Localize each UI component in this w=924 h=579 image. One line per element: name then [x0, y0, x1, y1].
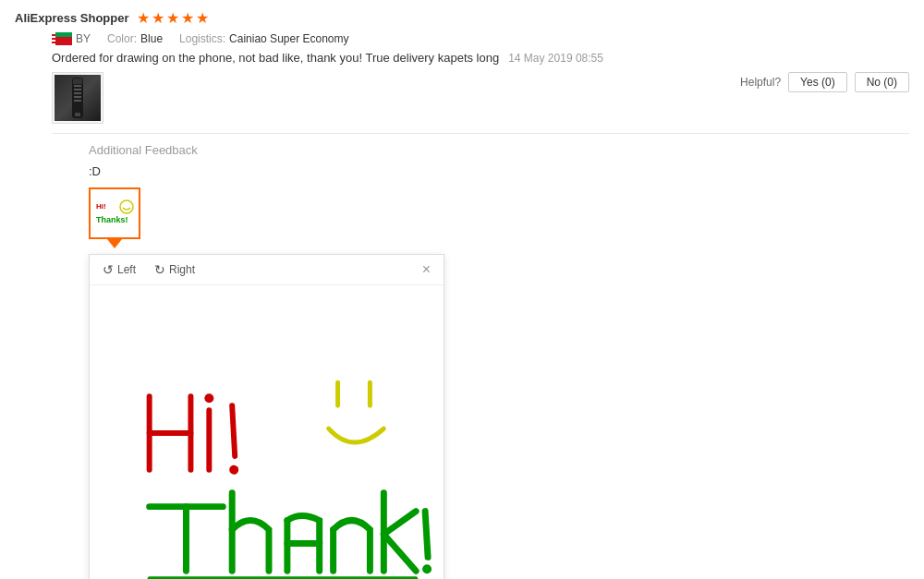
svg-rect-10	[74, 92, 81, 94]
thumbnail-arrow	[107, 239, 122, 248]
rotate-right-label: Right	[169, 263, 195, 276]
logistics-value: Cainiao Super Economy	[229, 32, 348, 45]
image-viewer-toolbar: ↺ Left ↻ Right ×	[90, 255, 444, 285]
svg-rect-11	[74, 96, 81, 98]
review-text-row: Ordered for drawing on the phone, not ba…	[52, 51, 909, 65]
star-1: ★	[137, 9, 150, 27]
no-button[interactable]: No (0)	[855, 72, 909, 92]
svg-rect-5	[52, 42, 55, 43]
svg-rect-4	[52, 38, 55, 40]
svg-rect-9	[74, 89, 81, 90]
yes-button[interactable]: Yes (0)	[788, 72, 847, 92]
star-3: ★	[166, 9, 179, 27]
rotate-left-icon: ↺	[103, 262, 114, 277]
divider	[52, 133, 909, 134]
color-value: Blue	[140, 32, 163, 45]
star-4: ★	[181, 9, 194, 27]
flag-icon	[52, 32, 72, 45]
rotate-left-label: Left	[117, 263, 136, 276]
feedback-image-container: Hi! Thanks!	[89, 187, 140, 239]
feedback-thumbnail[interactable]: Hi! Thanks!	[89, 187, 140, 239]
color-label: Color:	[107, 32, 137, 45]
svg-rect-13	[75, 113, 80, 116]
rotate-left-button[interactable]: ↺ Left	[99, 260, 140, 279]
reviewer-name: AliExpress Shopper	[15, 11, 129, 25]
logistics-label: Logistics:	[179, 32, 225, 45]
svg-point-21	[422, 564, 432, 573]
star-rating: ★ ★ ★ ★ ★	[137, 9, 209, 27]
product-thumbnail[interactable]	[52, 72, 103, 124]
svg-rect-14	[91, 190, 138, 236]
star-5: ★	[196, 9, 209, 27]
review-image-row: Helpful? Yes (0) No (0)	[52, 72, 909, 124]
svg-rect-3	[52, 34, 55, 36]
star-2: ★	[152, 9, 164, 27]
image-viewer-content	[90, 285, 444, 579]
svg-rect-8	[74, 85, 81, 87]
feedback-text: :D	[89, 164, 909, 178]
close-viewer-button[interactable]: ×	[419, 261, 434, 278]
review-date: 14 May 2019 08:55	[508, 52, 603, 65]
image-viewer: ↺ Left ↻ Right ×	[89, 254, 444, 579]
additional-feedback-title: Additional Feedback	[89, 143, 909, 157]
review-meta: BY Color: Blue Logistics: Cainiao Super …	[15, 32, 909, 45]
country-code: BY	[76, 32, 91, 45]
svg-text:Hi!: Hi!	[96, 202, 106, 211]
review-text: Ordered for drawing on the phone, not ba…	[52, 51, 499, 65]
helpful-label: Helpful?	[740, 76, 781, 89]
rotate-right-button[interactable]: ↻ Right	[151, 260, 199, 279]
rotate-right-icon: ↻	[154, 262, 165, 277]
svg-rect-12	[74, 100, 81, 102]
review-block: AliExpress Shopper ★ ★ ★ ★ ★ BY Color: B…	[0, 0, 924, 579]
svg-rect-7	[73, 78, 82, 84]
helpful-section: Helpful? Yes (0) No (0)	[740, 72, 909, 92]
additional-feedback-section: Additional Feedback :D Hi! Thanks!	[52, 143, 909, 579]
reviewer-header: AliExpress Shopper ★ ★ ★ ★ ★	[15, 9, 909, 27]
svg-point-19	[204, 393, 213, 403]
review-body: Ordered for drawing on the phone, not ba…	[15, 51, 909, 579]
svg-text:Thanks!: Thanks!	[96, 215, 128, 224]
svg-point-20	[229, 465, 238, 475]
